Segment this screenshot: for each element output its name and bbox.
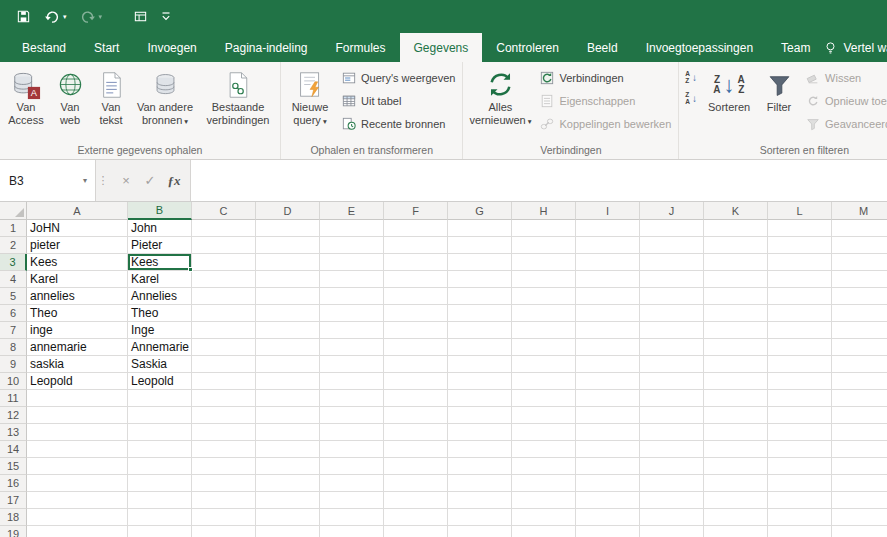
cell-I6[interactable] [576,305,640,322]
cell-B2[interactable]: Pieter [128,237,192,254]
cell-G7[interactable] [448,322,512,339]
cell-E12[interactable] [320,407,384,424]
touch-mode-button[interactable] [133,9,148,24]
row-header-14[interactable]: 14 [0,441,27,458]
cell-E16[interactable] [320,475,384,492]
cell-M7[interactable] [832,322,887,339]
cell-M8[interactable] [832,339,887,356]
cell-E13[interactable] [320,424,384,441]
cell-A1[interactable]: JoHN [27,220,128,237]
cell-H13[interactable] [512,424,576,441]
cell-B3[interactable]: Kees [128,254,192,271]
cell-F6[interactable] [384,305,448,322]
cell-G17[interactable] [448,492,512,509]
cell-H16[interactable] [512,475,576,492]
filter-button[interactable]: Filter [757,64,801,144]
cell-F18[interactable] [384,509,448,526]
cell-L8[interactable] [768,339,832,356]
sort-ascending-button[interactable]: AZ ↓ [681,68,701,87]
tab-start[interactable]: Start [80,33,133,62]
cell-C19[interactable] [192,526,256,537]
cell-L3[interactable] [768,254,832,271]
sorteren-button[interactable]: ZA ↓ AZ Sorteren [701,64,757,144]
cell-G8[interactable] [448,339,512,356]
cell-K2[interactable] [704,237,768,254]
cell-A8[interactable]: annemarie [27,339,128,356]
cell-I19[interactable] [576,526,640,537]
cell-H17[interactable] [512,492,576,509]
cell-B19[interactable] [128,526,192,537]
cell-C2[interactable] [192,237,256,254]
van-access-button[interactable]: A Van Access [2,64,50,144]
cell-L15[interactable] [768,458,832,475]
cell-I7[interactable] [576,322,640,339]
cell-G18[interactable] [448,509,512,526]
cell-J1[interactable] [640,220,704,237]
cell-J5[interactable] [640,288,704,305]
cell-H11[interactable] [512,390,576,407]
cell-D16[interactable] [256,475,320,492]
cell-M11[interactable] [832,390,887,407]
cell-H7[interactable] [512,322,576,339]
cell-F11[interactable] [384,390,448,407]
cell-C18[interactable] [192,509,256,526]
cell-A7[interactable]: inge [27,322,128,339]
save-button[interactable] [16,9,31,24]
cell-B8[interactable]: Annemarie [128,339,192,356]
cell-D10[interactable] [256,373,320,390]
cell-H5[interactable] [512,288,576,305]
row-header-16[interactable]: 16 [0,475,27,492]
cell-A16[interactable] [27,475,128,492]
cell-M17[interactable] [832,492,887,509]
cell-D11[interactable] [256,390,320,407]
cell-K1[interactable] [704,220,768,237]
tab-invoegen[interactable]: Invoegen [133,33,210,62]
cell-F19[interactable] [384,526,448,537]
namebox-splitter[interactable]: ⋮ [96,160,110,201]
cell-L14[interactable] [768,441,832,458]
cell-I16[interactable] [576,475,640,492]
column-header-H[interactable]: H [512,202,576,220]
cell-H4[interactable] [512,271,576,288]
cell-D2[interactable] [256,237,320,254]
cell-L17[interactable] [768,492,832,509]
cell-B15[interactable] [128,458,192,475]
cell-J11[interactable] [640,390,704,407]
cell-D19[interactable] [256,526,320,537]
cell-C14[interactable] [192,441,256,458]
cell-J12[interactable] [640,407,704,424]
eigenschappen-button[interactable]: Eigenschappen [535,91,676,110]
cell-A2[interactable]: pieter [27,237,128,254]
cancel-button[interactable]: × [116,173,136,188]
cell-A6[interactable]: Theo [27,305,128,322]
cell-A19[interactable] [27,526,128,537]
cell-K15[interactable] [704,458,768,475]
cell-K9[interactable] [704,356,768,373]
cell-M2[interactable] [832,237,887,254]
row-header-13[interactable]: 13 [0,424,27,441]
cell-A13[interactable] [27,424,128,441]
cell-K17[interactable] [704,492,768,509]
cell-B10[interactable]: Leopold [128,373,192,390]
cell-L9[interactable] [768,356,832,373]
cell-H2[interactable] [512,237,576,254]
insert-function-button[interactable]: ƒx [164,173,184,189]
column-header-C[interactable]: C [192,202,256,220]
cell-E3[interactable] [320,254,384,271]
cell-A12[interactable] [27,407,128,424]
cell-B12[interactable] [128,407,192,424]
column-header-J[interactable]: J [640,202,704,220]
cell-I5[interactable] [576,288,640,305]
cell-B18[interactable] [128,509,192,526]
cell-B5[interactable]: Annelies [128,288,192,305]
enter-button[interactable]: ✓ [140,173,160,188]
cell-B4[interactable]: Karel [128,271,192,288]
wissen-button[interactable]: Wissen [801,68,887,87]
cell-F9[interactable] [384,356,448,373]
row-header-7[interactable]: 7 [0,322,27,339]
cell-C12[interactable] [192,407,256,424]
cell-D5[interactable] [256,288,320,305]
querys-weergeven-button[interactable]: Query's weergeven [337,68,460,87]
tab-controleren[interactable]: Controleren [482,33,573,62]
cell-E7[interactable] [320,322,384,339]
